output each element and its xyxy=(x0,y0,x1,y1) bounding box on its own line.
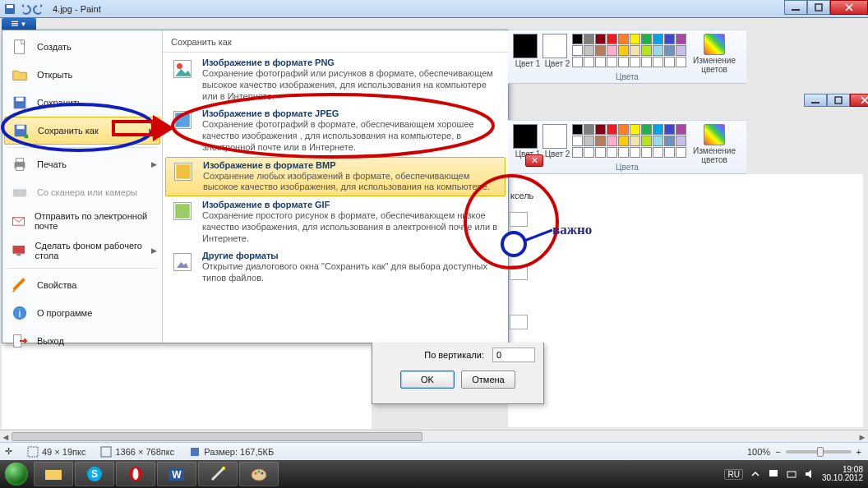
menu-item-exit[interactable]: Выход xyxy=(2,327,162,355)
empty-swatch[interactable] xyxy=(641,147,652,158)
inner-maximize-button[interactable] xyxy=(827,94,850,107)
empty-swatch[interactable] xyxy=(653,57,663,67)
task-paint[interactable] xyxy=(239,462,279,486)
menu-item-save-as[interactable]: Сохранить как ▶ xyxy=(4,117,160,145)
task-opera[interactable] xyxy=(116,462,155,486)
empty-swatch[interactable] xyxy=(595,57,606,67)
task-word[interactable]: W xyxy=(157,462,196,486)
empty-swatch[interactable] xyxy=(630,147,640,158)
scrollbar-thumb[interactable] xyxy=(12,432,422,441)
format-other[interactable]: Другие форматы Открытие диалогового окна… xyxy=(163,247,508,288)
scroll-left-icon[interactable]: ◄ xyxy=(0,430,12,443)
minimize-button[interactable] xyxy=(784,0,807,15)
color-swatch[interactable] xyxy=(584,136,594,146)
empty-swatch[interactable] xyxy=(607,57,617,67)
menu-item-save[interactable]: Сохранить xyxy=(2,89,162,117)
color-swatch[interactable] xyxy=(653,136,663,146)
edit-colors-button[interactable]: Изменение цветов xyxy=(693,124,736,164)
empty-swatch[interactable] xyxy=(676,57,686,67)
stray-input-3[interactable] xyxy=(510,315,528,329)
undo-icon[interactable] xyxy=(18,2,31,16)
color-swatch[interactable] xyxy=(630,136,640,146)
color-swatch[interactable] xyxy=(630,34,640,44)
empty-swatch[interactable] xyxy=(618,147,629,158)
color-swatch[interactable] xyxy=(572,124,583,135)
cancel-button[interactable]: Отмена xyxy=(461,371,515,389)
stray-input-1[interactable] xyxy=(510,212,528,227)
menu-item-properties[interactable]: Свойства xyxy=(2,271,162,299)
format-png[interactable]: Изображение в формате PNG Сохранение фот… xyxy=(163,54,508,105)
menu-item-about[interactable]: i О программе xyxy=(2,299,162,327)
clock[interactable]: 19:08 30.10.2012 xyxy=(822,466,863,483)
color-swatch[interactable] xyxy=(607,34,617,44)
task-explorer[interactable] xyxy=(34,462,73,486)
color-swatch[interactable] xyxy=(595,124,606,135)
color2-swatch[interactable] xyxy=(542,124,567,149)
empty-swatch[interactable] xyxy=(664,147,675,158)
color-swatch[interactable] xyxy=(607,136,617,146)
save-icon[interactable] xyxy=(3,2,16,16)
menu-item-open[interactable]: Открыть xyxy=(2,61,162,89)
empty-swatch[interactable] xyxy=(572,147,583,158)
color-swatch[interactable] xyxy=(676,45,686,56)
empty-swatch[interactable] xyxy=(595,147,606,158)
network-icon[interactable] xyxy=(786,468,797,480)
color-swatch[interactable] xyxy=(641,124,652,135)
color-swatch[interactable] xyxy=(618,124,629,135)
color-swatch[interactable] xyxy=(607,45,617,56)
tray-up-icon[interactable] xyxy=(750,468,761,480)
task-skype[interactable]: S xyxy=(75,462,114,486)
color-swatch[interactable] xyxy=(676,124,686,135)
color-swatch[interactable] xyxy=(618,34,629,44)
inner-close-button[interactable] xyxy=(850,94,868,107)
empty-swatch[interactable] xyxy=(584,57,594,67)
language-indicator[interactable]: RU xyxy=(724,469,742,480)
color-swatch[interactable] xyxy=(653,45,663,56)
zoom-out-button[interactable]: − xyxy=(775,447,780,457)
zoom-thumb[interactable] xyxy=(817,447,824,457)
color-swatch[interactable] xyxy=(595,34,606,44)
stray-input-2[interactable] xyxy=(510,265,528,280)
color-swatch[interactable] xyxy=(676,136,686,146)
color-swatch[interactable] xyxy=(653,34,663,44)
empty-swatch[interactable] xyxy=(618,57,629,67)
color-swatch[interactable] xyxy=(584,34,594,44)
color-swatch[interactable] xyxy=(572,136,583,146)
color-swatch[interactable] xyxy=(572,45,583,56)
menu-item-print[interactable]: Печать ▶ xyxy=(2,150,162,178)
flag-icon[interactable] xyxy=(768,468,779,480)
empty-swatch[interactable] xyxy=(572,57,583,67)
menu-item-email[interactable]: Отправить по электронной почте xyxy=(2,206,162,236)
format-jpeg[interactable]: Изображение в формате JPEG Сохранение фо… xyxy=(163,105,508,156)
task-wizard[interactable] xyxy=(198,462,238,486)
color-swatch[interactable] xyxy=(641,136,652,146)
color-swatch[interactable] xyxy=(595,45,606,56)
empty-swatch[interactable] xyxy=(630,57,640,67)
scroll-right-icon[interactable]: ► xyxy=(856,430,868,443)
color-swatch[interactable] xyxy=(618,45,629,56)
empty-swatch[interactable] xyxy=(676,147,686,158)
empty-swatch[interactable] xyxy=(653,147,663,158)
inner-minimize-button[interactable] xyxy=(804,94,827,107)
color1-swatch[interactable] xyxy=(513,34,538,58)
empty-swatch[interactable] xyxy=(664,57,675,67)
color2-swatch[interactable] xyxy=(542,34,567,58)
edit-colors-button[interactable]: Изменение цветов xyxy=(693,34,736,74)
empty-swatch[interactable] xyxy=(607,147,617,158)
color-swatch[interactable] xyxy=(607,124,617,135)
color-swatch[interactable] xyxy=(676,34,686,44)
ok-button[interactable]: OK xyxy=(400,371,455,389)
color-swatch[interactable] xyxy=(664,34,675,44)
color-swatch[interactable] xyxy=(584,124,594,135)
color-swatch[interactable] xyxy=(630,124,640,135)
color-swatch[interactable] xyxy=(653,124,663,135)
color-swatch[interactable] xyxy=(664,136,675,146)
paint-canvas[interactable] xyxy=(2,343,372,429)
dialog-close-button[interactable]: ✕ xyxy=(525,154,543,167)
inner-paint-canvas[interactable] xyxy=(508,174,863,427)
empty-swatch[interactable] xyxy=(641,57,652,67)
maximize-button[interactable] xyxy=(807,0,830,15)
color-swatch[interactable] xyxy=(630,45,640,56)
color-swatch[interactable] xyxy=(584,45,594,56)
format-bmp[interactable]: Изображение в формате BMP Сохранение люб… xyxy=(165,157,506,197)
